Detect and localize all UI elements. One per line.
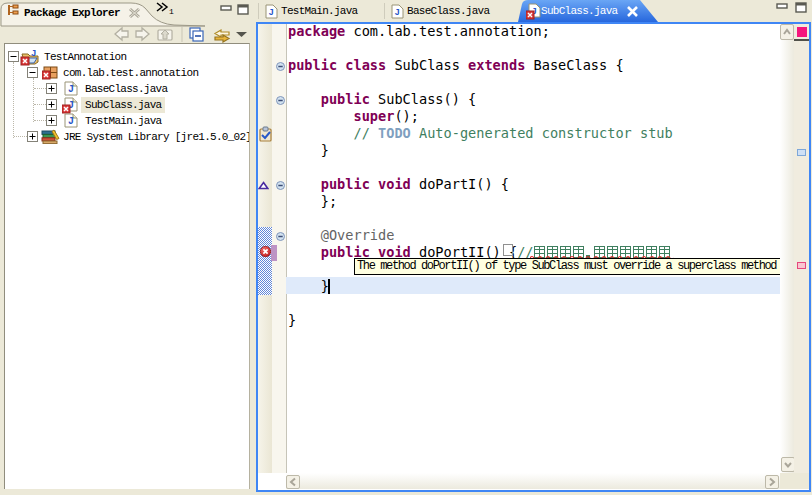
svg-text:1: 1 [169, 7, 174, 16]
svg-text:J: J [269, 8, 274, 18]
svg-text:J: J [31, 49, 36, 59]
svg-text:J: J [68, 116, 74, 127]
svg-text:J: J [395, 8, 400, 18]
svg-text:J: J [68, 84, 74, 95]
